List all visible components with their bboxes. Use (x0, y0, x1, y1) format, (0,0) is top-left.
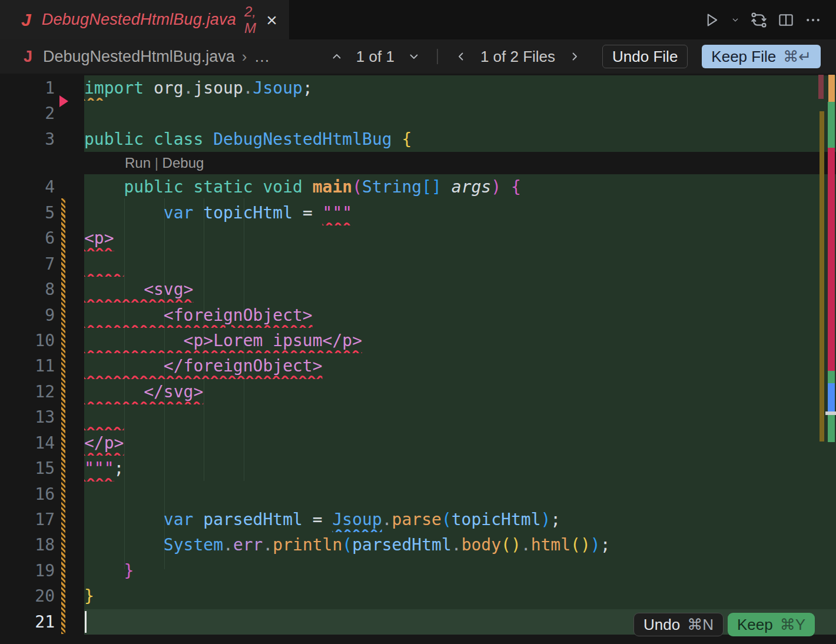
undo-hunk-button[interactable]: Undo ⌘N (633, 613, 724, 636)
keep-hunk-button[interactable]: Keep ⌘Y (728, 613, 815, 636)
editor-row: 1import org.jsoup.Jsoup; (0, 75, 836, 101)
line-number: 17 (0, 507, 84, 532)
undo-label: Undo (643, 616, 680, 634)
code-line[interactable] (84, 404, 836, 430)
line-number: 5 (0, 200, 84, 225)
line-number: 18 (0, 532, 84, 557)
code-line[interactable]: </svg> (84, 379, 836, 404)
line-number: 19 (0, 558, 84, 583)
code-line[interactable]: } (84, 558, 836, 583)
breadcrumb-file[interactable]: DebugNestedHtmlBug.java (43, 48, 235, 66)
run-icon[interactable] (702, 10, 722, 30)
editor-row: 18 System.err.println(parsedHtml.body().… (0, 532, 836, 557)
run-dropdown-chevron-icon[interactable] (729, 10, 742, 30)
code-line[interactable]: <p> (84, 225, 836, 251)
editor-actions (702, 0, 836, 39)
indent-guide (124, 198, 125, 569)
code-line[interactable]: } (84, 583, 836, 609)
text-cursor (85, 611, 87, 633)
breadcrumb-more[interactable]: … (254, 48, 271, 66)
code-lens-debug[interactable]: Debug (162, 155, 204, 171)
keep-file-button[interactable]: Keep File ⌘↵ (702, 45, 821, 68)
undo-file-button[interactable]: Undo File (602, 45, 688, 68)
code-lens-row: Run | Debug (0, 152, 836, 174)
code-lens-run[interactable]: Run (125, 155, 151, 171)
previous-change-chevron-up-icon[interactable] (328, 48, 346, 65)
open-changes-icon[interactable] (749, 10, 769, 30)
line-number: 11 (0, 353, 84, 379)
editor-row: 5 var topicHtml = """ (0, 200, 836, 225)
code-line[interactable]: <svg> (84, 277, 836, 302)
modified-lines-gutter-bar (61, 198, 65, 634)
ruler-cursor-line-mark (825, 411, 836, 415)
editor-row: 16 (0, 482, 836, 507)
editor-row: 4 public static void main(String[] args)… (0, 174, 836, 200)
code-line[interactable]: System.err.println(parsedHtml.body().htm… (84, 532, 836, 557)
ruler-info-mark (828, 383, 835, 413)
code-line[interactable]: var topicHtml = """ (84, 200, 836, 225)
next-change-chevron-down-icon[interactable] (405, 48, 423, 65)
ruler-warning-mark (828, 75, 835, 102)
line-number: 2 (0, 101, 84, 126)
line-number: 9 (0, 303, 84, 328)
indent-guide (204, 198, 204, 481)
tab-debugnestedhtmlbug[interactable]: J DebugNestedHtmlBug.java 2, M × (0, 0, 289, 39)
divider (437, 49, 438, 64)
java-file-icon: J (21, 10, 31, 30)
line-number: 8 (0, 277, 84, 302)
editor-row: 19 } (0, 558, 836, 583)
breadcrumb-separator-icon: › (242, 48, 247, 66)
code-line[interactable]: var parsedHtml = Jsoup.parse(topicHtml); (84, 507, 836, 532)
code-line[interactable]: <p>Lorem ipsum</p> (84, 328, 836, 353)
inline-diff-actions: Undo ⌘N Keep ⌘Y (633, 613, 815, 636)
code-line[interactable]: </foreignObject> (84, 353, 836, 379)
code-line[interactable] (84, 482, 836, 507)
editor-header: J DebugNestedHtmlBug.java › … 1 of 1 1 o… (0, 39, 836, 74)
tab-title: DebugNestedHtmlBug.java (42, 11, 236, 29)
line-number: 16 (0, 482, 84, 507)
code-editor[interactable]: 1import org.jsoup.Jsoup;23public class D… (0, 74, 836, 644)
code-line[interactable]: """; (84, 456, 836, 481)
code-line[interactable]: </p> (84, 430, 836, 456)
line-number: 20 (0, 583, 84, 609)
ruler-modified-mark (820, 111, 824, 441)
editor-row: 11 </foreignObject> (0, 353, 836, 379)
code-line[interactable] (84, 101, 836, 126)
close-tab-icon[interactable]: × (266, 11, 277, 29)
ruler-added-mark (828, 102, 835, 148)
editor-row: 13 (0, 404, 836, 430)
deleted-lines-marker-icon[interactable] (59, 95, 68, 107)
keep-file-shortcut: ⌘↵ (783, 48, 811, 66)
editor-row: 7 (0, 251, 836, 277)
undo-shortcut: ⌘N (687, 616, 714, 634)
line-number: 13 (0, 404, 84, 430)
editor-row: 10 <p>Lorem ipsum</p> (0, 328, 836, 353)
next-file-chevron-right-icon[interactable] (566, 48, 583, 65)
file-position: 1 of 2 Files (480, 48, 555, 66)
previous-file-chevron-left-icon[interactable] (452, 48, 470, 65)
code-line[interactable]: public class DebugNestedHtmlBug { (84, 127, 836, 152)
line-number: 15 (0, 456, 84, 481)
line-number: 3 (0, 127, 84, 152)
code-line[interactable]: public static void main(String[] args) { (84, 174, 836, 200)
line-number: 12 (0, 379, 84, 404)
keep-file-label: Keep File (711, 48, 776, 66)
more-actions-icon[interactable] (803, 10, 823, 30)
code-lens-separator: | (151, 155, 162, 171)
code-line[interactable] (84, 251, 836, 277)
line-number: 21 (0, 609, 84, 635)
keep-label: Keep (737, 616, 773, 634)
code-lines: 1import org.jsoup.Jsoup;23public class D… (0, 74, 836, 635)
editor-row: 3public class DebugNestedHtmlBug { (0, 127, 836, 152)
change-position: 1 of 1 (356, 48, 394, 66)
line-number: 4 (0, 174, 84, 200)
line-number: 6 (0, 225, 84, 251)
keep-shortcut: ⌘Y (780, 616, 805, 634)
editor-row: 8 <svg> (0, 277, 836, 302)
editor-row: 2 (0, 101, 836, 126)
indent-guide (164, 198, 165, 569)
split-editor-icon[interactable] (776, 10, 796, 30)
code-line[interactable]: import org.jsoup.Jsoup; (84, 75, 836, 101)
editor-tab-bar: J DebugNestedHtmlBug.java 2, M × (0, 0, 836, 39)
code-line[interactable]: <foreignObject> (84, 303, 836, 328)
